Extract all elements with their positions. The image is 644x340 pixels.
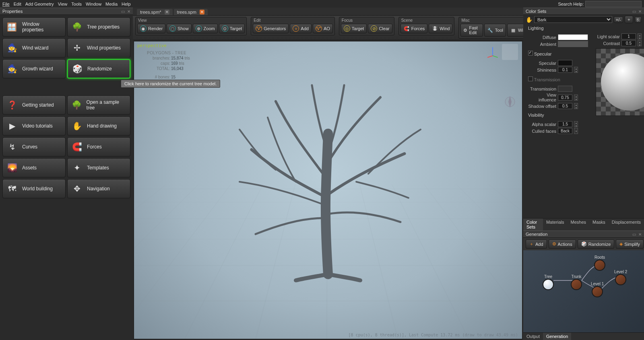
btn-add[interactable]: ＋Add [290,24,312,33]
document-tab[interactable]: trees.spm✕ [174,9,208,15]
btn-forces[interactable]: 🧲Forces [400,24,428,33]
tile-label: Randomize [87,66,112,72]
btn-show[interactable]: ◌Show [167,24,192,33]
light-scalar-input[interactable]: 1 [621,33,636,39]
light-scalar-spinner[interactable]: ▴▾ [638,33,642,39]
plus-minus-button[interactable]: +/- [614,16,623,23]
transmission-swatch[interactable] [558,86,572,92]
tab-close-icon[interactable]: ✕ [165,10,169,14]
shininess-spinner[interactable]: ▴▾ [574,67,578,73]
tile-tree-properties[interactable]: 🌳Tree properties [67,17,130,37]
btn-fast-edit[interactable]: ⚙Fast Edit [460,24,483,37]
gen-node-level1[interactable]: Level 1 [591,282,604,297]
search-help-input[interactable] [585,1,642,7]
color-set-select[interactable]: Bark [534,16,612,23]
tile-randomize[interactable]: 🎲Randomize [67,59,130,78]
main-menubar: File Edit Add Geometry View Tools Window… [0,0,644,8]
panel-close-icon[interactable]: ✕ [127,9,130,14]
btn-wind[interactable]: ⛇Wind [429,24,452,33]
gen-node-tree[interactable]: Tree [543,274,554,290]
panel-float-icon[interactable]: ▭ [121,9,125,14]
gen-node-trunk[interactable]: Trunk [571,274,582,290]
svg-line-2 [493,56,498,58]
diffuse-swatch[interactable] [558,34,588,40]
add-colorset-button[interactable]: ＋ [625,16,633,23]
tile-world-building[interactable]: 🗺World building [2,179,66,198]
tile-wind-wizard[interactable]: 🧙Wind wizard [2,38,66,58]
menu-file[interactable]: File [2,2,10,6]
inspector-tab-displacements[interactable]: Displacements [609,218,644,231]
transmission-checkbox[interactable] [528,76,533,81]
culled-select[interactable]: Back [558,128,572,134]
culled-dropdown[interactable]: ▾ [574,128,578,134]
panel-float-icon[interactable]: ▭ [632,232,636,237]
view-cube[interactable] [502,44,518,60]
axis-gizmo[interactable] [486,45,500,59]
ambient-swatch[interactable] [558,41,588,47]
gen-btn-randomize[interactable]: 🎲Randomize [578,239,615,249]
tree-model[interactable] [215,73,441,282]
hand-icon[interactable]: ✋ [526,16,533,23]
alpha-spinner[interactable]: ▴▾ [574,121,578,127]
compass-gizmo[interactable] [502,94,518,110]
view-influence-input[interactable]: 0.75 [558,95,572,101]
gen-status-tab-generation[interactable]: Generation [543,333,571,340]
tile-window-properties[interactable]: 🪟Window properties [2,17,66,37]
btn-ao[interactable]: ᏉAO [313,24,333,33]
inspector-tab-materials[interactable]: Materials [543,218,568,231]
shadow-offset-spinner[interactable]: ▴▾ [574,103,578,109]
tile-wind-properties[interactable]: ✢Wind properties [67,38,130,58]
properties-title-bar: Properties ▭ ✕ [0,8,133,15]
inspector-tab-meshes[interactable]: Meshes [568,218,590,231]
btn-generators[interactable]: ᏉGenerators [253,24,289,33]
btn-render[interactable]: ◉Render [137,24,165,33]
panel-close-icon[interactable]: ✕ [638,232,642,237]
gen-btn-actions[interactable]: ⚙Actions [549,239,576,249]
btn-tool[interactable]: 🔧Tool [484,24,506,37]
tile-templates[interactable]: ✦Templates [67,158,130,177]
gen-node-level2[interactable]: Level 2 [614,270,627,285]
tile-forces[interactable]: 🧲Forces [67,137,130,157]
panel-float-icon[interactable]: ▭ [632,9,636,14]
btn-view-target[interactable]: ⊙Target [219,24,245,33]
menu-help[interactable]: Help [122,2,131,6]
toolgroup-view-label: View [137,18,245,24]
tile-curves[interactable]: ↯Curves [2,137,66,157]
contrast-input[interactable]: 0.5 [621,40,636,46]
tile-getting-started[interactable]: ❓Getting started [2,95,66,115]
specular-checkbox[interactable] [528,51,533,56]
tile-assets[interactable]: 🌄Assets [2,158,66,177]
specular-swatch[interactable] [558,60,572,66]
btn-focus-target[interactable]: ◎Target [341,24,367,33]
inspector-tab-masks[interactable]: Masks [589,218,609,231]
gen-status-tab-output[interactable]: Output [523,333,543,340]
panel-close-icon[interactable]: ✕ [638,9,642,14]
tile-navigation[interactable]: ✥Navigation [67,179,130,198]
menu-tools[interactable]: Tools [71,2,82,6]
contrast-spinner[interactable]: ▴▾ [638,40,642,46]
copy-colorset-button[interactable]: ⎘ [635,16,642,23]
shadow-offset-input[interactable]: 0.5 [558,103,572,109]
inspector-tab-color-sets[interactable]: Color Sets [523,218,543,231]
menu-view[interactable]: View [58,2,68,6]
btn-focus-clear[interactable]: ⊘Clear [368,24,392,33]
btn-zoom[interactable]: ⊕Zoom [193,24,218,33]
menu-add-geometry[interactable]: Add Geometry [25,2,54,6]
view-influence-spinner[interactable]: ▴▾ [574,95,578,101]
tile-hand-drawing[interactable]: ✋Hand drawing [67,116,130,136]
tile-growth-wizard[interactable]: 🧙Growth wizard [2,59,66,78]
menu-edit[interactable]: Edit [14,2,21,6]
gen-btn-simplify[interactable]: ◈Simplify [616,239,644,249]
gen-btn-add[interactable]: ＋Add [526,239,547,249]
shininess-input[interactable]: 0.1 [558,67,572,73]
alpha-scalar-input[interactable]: 1.5 [558,121,572,127]
menu-window[interactable]: Window [86,2,101,6]
tile-open-sample[interactable]: 🌳Open a sample tree [67,95,130,115]
menu-media[interactable]: Media [105,2,118,6]
tab-close-icon[interactable]: ✕ [200,10,204,14]
tile-video-tutorials[interactable]: ▶Video tutorials [2,116,66,136]
document-tab[interactable]: trees.spm*✕ [137,9,173,15]
generation-graph[interactable]: TreeTrunkRootsLevel 1Level 2 [523,250,644,332]
navigation-icon: ✥ [71,183,83,195]
gen-node-roots[interactable]: Roots [594,255,605,271]
